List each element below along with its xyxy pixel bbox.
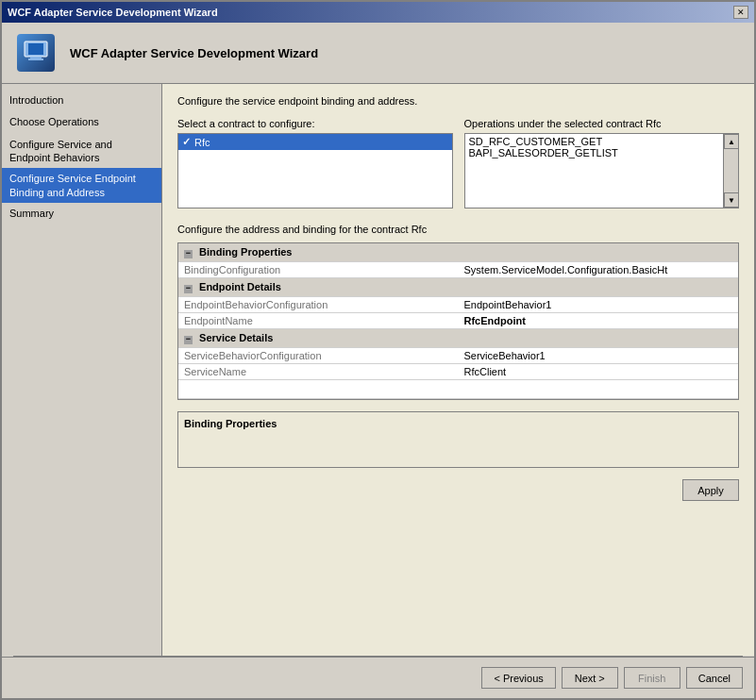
svg-rect-2 bbox=[30, 57, 42, 58]
service-behavior-row: ServiceBehaviorConfiguration ServiceBeha… bbox=[178, 348, 738, 364]
main-area: Introduction Choose Operations Configure… bbox=[2, 84, 754, 656]
wizard-icon-img bbox=[17, 34, 55, 72]
binding-section: − Binding Properties BindingConfiguratio… bbox=[177, 242, 739, 400]
cancel-button[interactable]: Cancel bbox=[686, 667, 743, 689]
apply-btn-row: Apply bbox=[177, 479, 739, 501]
operation-item-1[interactable]: SD_RFC_CUSTOMER_GET bbox=[469, 136, 720, 147]
contract-panel: Select a contract to configure: ✓ Rfc bbox=[177, 118, 453, 208]
binding-config-value: System.ServiceModel.Configuration.BasicH… bbox=[459, 262, 739, 278]
section-header-service: − Service Details bbox=[178, 329, 738, 348]
operations-scrollbar: ▲ ▼ bbox=[723, 134, 738, 208]
contract-listbox[interactable]: ✓ Rfc bbox=[177, 133, 453, 208]
binding-subtitle: Configure the address and binding for th… bbox=[177, 224, 739, 235]
sidebar-item-configure-service[interactable]: Configure Service and Endpoint Behaviors bbox=[2, 134, 161, 169]
contract-item-label: Rfc bbox=[194, 137, 210, 148]
operations-list-inner: SD_RFC_CUSTOMER_GET BAPI_SALESORDER_GETL… bbox=[465, 134, 724, 160]
finish-button[interactable]: Finish bbox=[624, 667, 680, 689]
collapse-service-icon[interactable]: − bbox=[184, 336, 193, 344]
header-section: WCF Adapter Service Development Wizard bbox=[2, 23, 754, 84]
service-name-value: RfcClient bbox=[459, 364, 739, 380]
sidebar-item-choose-operations[interactable]: Choose Operations bbox=[2, 111, 161, 133]
service-behavior-value: ServiceBehavior1 bbox=[459, 348, 739, 364]
endpoint-name-label: EndpointName bbox=[178, 313, 459, 329]
content-description: Configure the service endpoint binding a… bbox=[177, 95, 739, 107]
service-name-label: ServiceName bbox=[178, 364, 459, 380]
check-icon: ✓ bbox=[182, 136, 191, 148]
binding-props-bottom: Binding Properties bbox=[177, 411, 739, 468]
top-panels: Select a contract to configure: ✓ Rfc Op… bbox=[177, 118, 739, 208]
endpoint-behavior-row: EndpointBehaviorConfiguration EndpointBe… bbox=[178, 297, 738, 313]
collapse-binding-icon[interactable]: − bbox=[184, 250, 193, 258]
service-behavior-label: ServiceBehaviorConfiguration bbox=[178, 348, 459, 364]
header-title: WCF Adapter Service Development Wizard bbox=[70, 46, 318, 60]
binding-props-bottom-title: Binding Properties bbox=[184, 418, 732, 429]
operation-item-2[interactable]: BAPI_SALESORDER_GETLIST bbox=[469, 147, 720, 158]
contract-label: Select a contract to configure: bbox=[177, 118, 453, 129]
footer: < Previous Next > Finish Cancel bbox=[2, 657, 754, 698]
window-title: WCF Adapter Service Development Wizard bbox=[8, 7, 218, 18]
title-bar: WCF Adapter Service Development Wizard ✕ bbox=[2, 2, 754, 23]
sidebar-item-introduction[interactable]: Introduction bbox=[2, 90, 161, 111]
scroll-track bbox=[724, 149, 738, 192]
binding-properties-header: Binding Properties bbox=[199, 246, 292, 258]
previous-button[interactable]: < Previous bbox=[481, 667, 555, 689]
section-header-endpoint: − Endpoint Details bbox=[178, 278, 738, 297]
binding-table: − Binding Properties BindingConfiguratio… bbox=[178, 243, 738, 399]
main-window: WCF Adapter Service Development Wizard ✕ bbox=[0, 0, 756, 700]
apply-button[interactable]: Apply bbox=[682, 479, 739, 501]
sidebar-item-summary[interactable]: Summary bbox=[2, 203, 161, 225]
collapse-endpoint-icon[interactable]: − bbox=[184, 285, 193, 293]
operations-label: Operations under the selected contract R… bbox=[464, 118, 740, 129]
scroll-down-btn[interactable]: ▼ bbox=[724, 192, 739, 208]
next-button[interactable]: Next > bbox=[562, 667, 618, 689]
svg-rect-1 bbox=[28, 43, 43, 55]
endpoint-behavior-value: EndpointBehavior1 bbox=[459, 297, 739, 313]
endpoint-behavior-label: EndpointBehaviorConfiguration bbox=[178, 297, 459, 313]
endpoint-details-header: Endpoint Details bbox=[199, 281, 281, 292]
endpoint-name-value: RfcEndpoint bbox=[459, 313, 739, 329]
contract-list-item-rfc[interactable]: ✓ Rfc bbox=[178, 134, 452, 150]
operations-listbox: SD_RFC_CUSTOMER_GET BAPI_SALESORDER_GETL… bbox=[464, 133, 740, 208]
computer-svg-icon bbox=[21, 38, 51, 68]
service-details-header: Service Details bbox=[199, 332, 273, 343]
content-area: Configure the service endpoint binding a… bbox=[162, 84, 754, 656]
sidebar-item-configure-endpoint[interactable]: Configure Service Endpoint Binding and A… bbox=[2, 168, 161, 203]
scroll-up-btn[interactable]: ▲ bbox=[724, 134, 739, 149]
svg-rect-3 bbox=[28, 58, 43, 60]
section-header-binding: − Binding Properties bbox=[178, 243, 738, 262]
service-name-row: ServiceName RfcClient bbox=[178, 364, 738, 380]
binding-config-row: BindingConfiguration System.ServiceModel… bbox=[178, 262, 738, 278]
close-button[interactable]: ✕ bbox=[733, 6, 748, 19]
sidebar: Introduction Choose Operations Configure… bbox=[2, 84, 162, 656]
endpoint-name-row: EndpointName RfcEndpoint bbox=[178, 313, 738, 329]
binding-config-label: BindingConfiguration bbox=[178, 262, 459, 278]
wizard-icon bbox=[13, 30, 59, 75]
window-body: WCF Adapter Service Development Wizard I… bbox=[2, 23, 754, 698]
spacer-row bbox=[178, 380, 738, 399]
title-bar-controls: ✕ bbox=[733, 6, 748, 19]
operations-panel: Operations under the selected contract R… bbox=[464, 118, 740, 208]
